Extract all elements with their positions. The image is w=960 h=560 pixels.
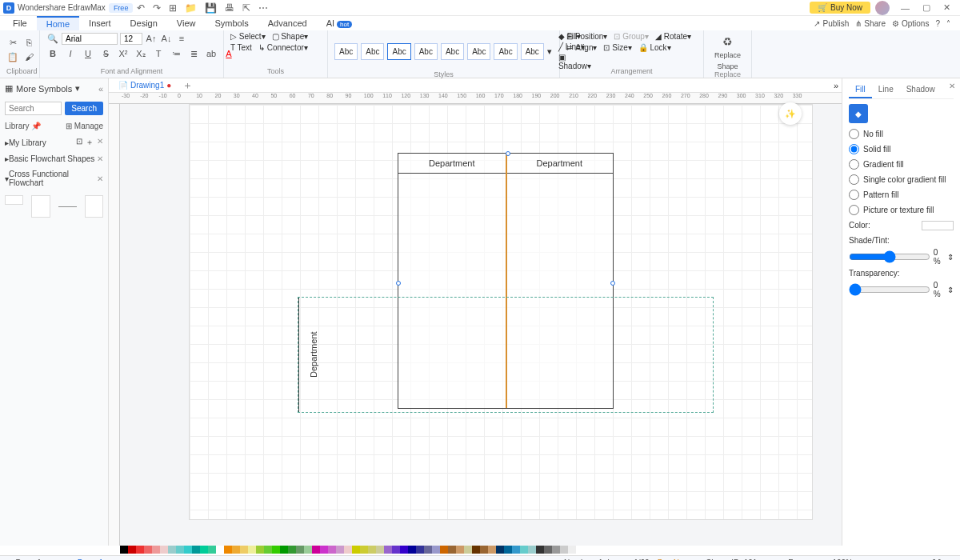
color-swatch[interactable] bbox=[440, 546, 448, 554]
color-swatch[interactable] bbox=[568, 546, 576, 554]
menu-home[interactable]: Home bbox=[37, 16, 79, 30]
basic-close-icon[interactable]: ✕ bbox=[97, 154, 103, 163]
mylib-close-icon[interactable]: ✕ bbox=[97, 137, 103, 148]
color-swatch[interactable] bbox=[136, 546, 144, 554]
color-swatch[interactable] bbox=[312, 546, 320, 554]
format-painter-icon[interactable]: 🖌 bbox=[22, 50, 35, 63]
color-swatch[interactable] bbox=[432, 546, 440, 554]
group-button[interactable]: ⊡ Group▾ bbox=[614, 32, 649, 41]
color-swatch[interactable] bbox=[200, 546, 208, 554]
color-swatch[interactable] bbox=[304, 546, 312, 554]
tab-add-icon[interactable]: ＋ bbox=[182, 78, 193, 93]
mylib-section[interactable]: ▸ My Library⊡＋✕ bbox=[0, 134, 108, 151]
shape-button[interactable]: ▢ Shape▾ bbox=[272, 32, 309, 41]
zoom-in-icon[interactable]: ＋ bbox=[917, 558, 925, 561]
undo-icon[interactable]: ↶ bbox=[133, 1, 149, 15]
cross-func-section[interactable]: ▾ Cross Functional Flowchart✕ bbox=[0, 166, 108, 190]
style-5[interactable]: Abc bbox=[441, 43, 464, 60]
radio-solid[interactable] bbox=[849, 144, 859, 154]
style-3[interactable]: Abc bbox=[387, 43, 410, 60]
buy-now-button[interactable]: 🛒 Buy Now bbox=[810, 2, 870, 14]
color-swatch[interactable] bbox=[352, 546, 360, 554]
maximize-icon[interactable]: ▢ bbox=[916, 1, 937, 14]
redo-icon[interactable]: ↷ bbox=[149, 1, 165, 15]
style-1[interactable]: Abc bbox=[334, 43, 358, 60]
color-swatch[interactable] bbox=[488, 546, 496, 554]
color-swatch[interactable] bbox=[416, 546, 424, 554]
color-swatch[interactable] bbox=[160, 546, 168, 554]
color-swatch[interactable] bbox=[184, 546, 192, 554]
text-button[interactable]: T Text bbox=[230, 43, 252, 52]
style-4[interactable]: Abc bbox=[414, 43, 438, 60]
cross-close-icon[interactable]: ✕ bbox=[97, 174, 103, 183]
close-panel-icon[interactable]: ✕ bbox=[949, 82, 955, 90]
color-swatch[interactable] bbox=[368, 546, 376, 554]
menu-advanced[interactable]: Advanced bbox=[258, 17, 317, 30]
style-2[interactable]: Abc bbox=[361, 43, 384, 60]
color-swatch[interactable] bbox=[120, 546, 128, 554]
color-swatch[interactable] bbox=[344, 546, 352, 554]
trans-stepper[interactable]: ⇕ bbox=[947, 286, 954, 294]
tabs-overflow-icon[interactable]: » bbox=[834, 81, 838, 90]
manage-button[interactable]: ⊞ Manage bbox=[66, 122, 103, 130]
more-icon[interactable]: ⋯ bbox=[254, 1, 272, 15]
lane-head-2[interactable]: Department bbox=[506, 154, 614, 174]
superscript-icon[interactable]: X² bbox=[117, 47, 130, 60]
color-swatch[interactable] bbox=[192, 546, 200, 554]
underline-icon[interactable]: U bbox=[82, 47, 94, 60]
color-swatch[interactable] bbox=[496, 546, 504, 554]
bullets-icon[interactable]: ≔ bbox=[170, 47, 182, 60]
color-swatch[interactable] bbox=[424, 546, 432, 554]
radio-single[interactable] bbox=[849, 174, 859, 185]
color-swatch[interactable] bbox=[168, 546, 176, 554]
font-input[interactable] bbox=[62, 33, 118, 45]
mylib-add-icon[interactable]: ＋ bbox=[86, 137, 94, 148]
color-swatch[interactable] bbox=[400, 546, 408, 554]
horizontal-swimlane[interactable]: Department bbox=[298, 297, 714, 413]
menu-ai[interactable]: AI hot bbox=[317, 17, 362, 30]
save-icon[interactable]: 💾 bbox=[201, 1, 221, 15]
color-swatch[interactable] bbox=[520, 546, 528, 554]
rp-tab-fill[interactable]: Fill bbox=[849, 82, 872, 98]
color-swatch[interactable] bbox=[464, 546, 472, 554]
color-swatch[interactable] bbox=[176, 546, 184, 554]
color-swatch[interactable] bbox=[248, 546, 256, 554]
options-button[interactable]: ⚙ Options bbox=[892, 19, 929, 28]
canvas[interactable]: Department Department Department bbox=[189, 104, 813, 520]
color-swatch[interactable] bbox=[296, 546, 304, 554]
menu-file[interactable]: File bbox=[3, 17, 37, 30]
bold-icon[interactable]: B bbox=[46, 47, 59, 60]
rp-tab-line[interactable]: Line bbox=[872, 82, 900, 98]
radio-pattern[interactable] bbox=[849, 190, 859, 200]
mylib-expand-icon[interactable]: ⊡ bbox=[76, 137, 82, 148]
lane-head-1[interactable]: Department bbox=[398, 154, 506, 174]
color-swatch[interactable] bbox=[472, 546, 480, 554]
align-button[interactable]: ⊨ Align▾ bbox=[566, 43, 597, 52]
spacing-icon[interactable]: ab bbox=[205, 47, 218, 60]
color-swatch[interactable] bbox=[208, 546, 216, 554]
numbering-icon[interactable]: ≣ bbox=[187, 47, 200, 60]
search-font-icon[interactable]: 🔍 bbox=[46, 32, 59, 45]
style-7[interactable]: Abc bbox=[494, 43, 517, 60]
shrink-font-icon[interactable]: A↓ bbox=[160, 32, 173, 45]
align-text-icon[interactable]: ≡ bbox=[175, 32, 188, 45]
subscript-icon[interactable]: X₂ bbox=[134, 47, 147, 60]
color-swatch[interactable] bbox=[264, 546, 272, 554]
basic-flowchart-section[interactable]: ▸ Basic Flowchart Shapes✕ bbox=[0, 151, 108, 166]
publish-button[interactable]: ↗ Publish bbox=[814, 19, 849, 28]
tab-drawing1[interactable]: 📄 Drawing1 ● bbox=[112, 80, 178, 90]
shade-stepper[interactable]: ⇕ bbox=[947, 253, 954, 262]
help-icon[interactable]: ? bbox=[935, 19, 940, 28]
color-swatch[interactable] bbox=[256, 546, 264, 554]
color-swatch[interactable] bbox=[528, 546, 536, 554]
color-swatch[interactable] bbox=[336, 546, 344, 554]
collapse-ribbon-icon[interactable]: ˄ bbox=[946, 19, 950, 28]
color-swatch[interactable] bbox=[288, 546, 296, 554]
replace-shape-button[interactable]: ♻ Replace Shape bbox=[710, 32, 745, 70]
new-icon[interactable]: ⊞ bbox=[165, 1, 181, 15]
textcase-icon[interactable]: T bbox=[152, 47, 165, 60]
color-swatch[interactable] bbox=[224, 546, 232, 554]
select-button[interactable]: ▷ Select▾ bbox=[230, 32, 266, 41]
color-swatch[interactable] bbox=[232, 546, 240, 554]
strike-icon[interactable]: S̶ bbox=[99, 47, 112, 60]
